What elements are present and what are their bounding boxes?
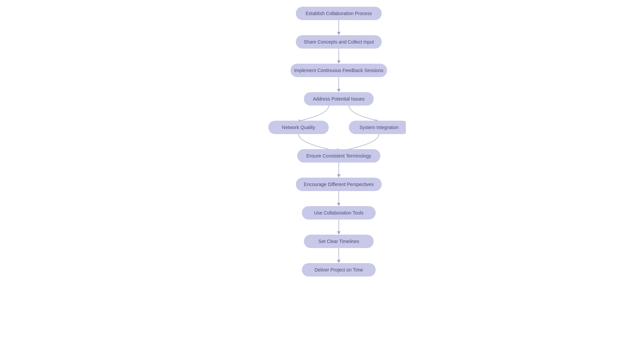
label-network: Network Quality [282, 125, 315, 130]
label-ensure: Ensure Consistent Terminology [306, 153, 371, 159]
svg-marker-16 [337, 260, 340, 263]
label-use: Use Collaboration Tools [314, 210, 364, 216]
svg-marker-5 [337, 89, 340, 92]
svg-marker-14 [337, 231, 340, 235]
label-address: Address Potential Issues [313, 96, 365, 102]
svg-marker-12 [337, 203, 340, 206]
svg-marker-1 [337, 32, 340, 35]
label-implement: Implement Continuous Feedback Sessions [294, 68, 383, 73]
flowchart-svg: .node-box { fill: #c8c8e8; } .node-text … [238, 3, 406, 359]
label-establish: Establish Collaboration Process [306, 11, 372, 16]
label-system: System Integration [360, 125, 399, 130]
svg-marker-10 [337, 174, 340, 178]
label-share: Share Concepts and Collect Input [304, 39, 374, 45]
label-deliver: Deliver Project on Time [315, 267, 363, 273]
label-set: Set Clear Timelines [318, 239, 359, 244]
svg-marker-3 [337, 60, 340, 64]
label-encourage: Encourage Different Perspectives [304, 182, 374, 187]
flow-diagram: .node-box { fill: #c8c8e8; } .node-text … [238, 3, 406, 359]
